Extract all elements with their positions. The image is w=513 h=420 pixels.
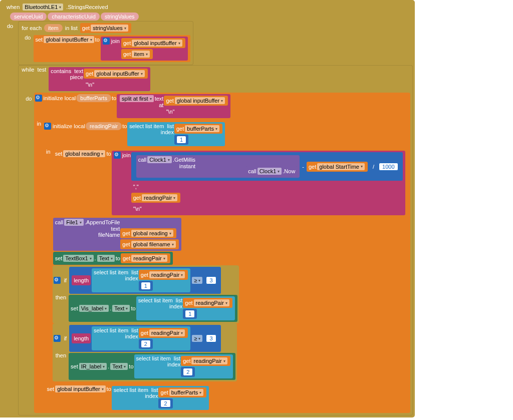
contains-block[interactable]: contains text piece get global inputBuff… (49, 67, 150, 91)
get-starttime[interactable]: getglobal StartTime (307, 162, 368, 172)
split-block[interactable]: split at firsttext at get global inputBu… (117, 94, 230, 118)
gte-1[interactable]: length select list item listindex getrea… (69, 267, 220, 294)
foreach-label: for each (20, 25, 44, 31)
do-label-2: do (24, 93, 34, 102)
gte-op-2[interactable]: ≥ (192, 335, 202, 342)
set-inputbuffer-2[interactable]: setglobal inputBufferto select list item… (45, 384, 409, 411)
gear-icon[interactable] (114, 152, 121, 159)
string-newline-3[interactable]: " \n " (131, 204, 144, 214)
do-body: do for each item in list get stringValue… (2, 21, 413, 415)
do-label: do (2, 21, 18, 31)
foreach-block[interactable]: for each item in list get stringValues d… (18, 21, 193, 65)
get-readingpair[interactable]: getreadingPair (131, 193, 181, 203)
gear-icon[interactable] (54, 277, 61, 284)
event-method: .StringsReceived (64, 4, 110, 10)
var-readingpair[interactable]: readingPair (86, 122, 122, 130)
string-newline[interactable]: " \n " (84, 80, 96, 90)
set-reading[interactable]: setglobal readingto join (53, 149, 408, 217)
set-irlabel[interactable]: set IR_label. Text to select list item l… (69, 353, 235, 380)
call-getmillis[interactable]: callClock1.GetMillis instant callClock1.… (136, 155, 300, 178)
var-stringvalues[interactable]: stringValues (91, 25, 128, 32)
gear-icon[interactable] (35, 95, 42, 102)
in-label: in (35, 121, 44, 127)
length-2[interactable]: length (72, 333, 91, 343)
call-appendtofile[interactable]: callFile1.AppendToFile text fileName get… (53, 218, 181, 251)
do-label-inner: do (23, 35, 33, 41)
get-inputbuffer-2[interactable]: get global inputBuffer (84, 69, 148, 79)
call-now[interactable]: callClock1.Now (246, 166, 297, 176)
var-inputbuffer[interactable]: global inputBuffer (44, 36, 94, 43)
in-label-2: in (44, 149, 53, 155)
get-stringvalues[interactable]: get stringValues (80, 23, 131, 33)
set-inputbuffer[interactable]: set global inputBuffer to join get globa… (34, 35, 190, 62)
gte-2[interactable]: length select list item listindex getrea… (69, 325, 220, 352)
init-bufferparts[interactable]: initialize local bufferParts to split at… (34, 93, 410, 413)
get-item[interactable]: get item (121, 49, 153, 59)
div-op: / (371, 164, 376, 170)
select-item-4[interactable]: select list item listindex getreadingPai… (92, 326, 190, 350)
math-expr[interactable]: callClock1.GetMillis instant callClock1.… (131, 152, 403, 181)
string-newline-2[interactable]: " \n " (164, 107, 176, 117)
event-params: serviceUuid characteristicUuid stringVal… (2, 12, 413, 21)
foreach-var[interactable]: item (44, 24, 63, 32)
get-bufferparts[interactable]: getbufferParts (174, 124, 222, 134)
gear-icon[interactable] (103, 38, 110, 45)
gear-icon[interactable] (54, 335, 61, 342)
select-item-2[interactable]: select list item listindex getreadingPai… (92, 268, 190, 292)
math-sub[interactable]: callClock1.GetMillis instant callClock1.… (134, 154, 370, 179)
param-stringvalues[interactable]: stringValues (101, 13, 139, 21)
while-block[interactable]: while test contains text piece get globa… (18, 65, 412, 415)
join-block[interactable]: join get global inputBuffer get item (101, 37, 188, 61)
select-item-5[interactable]: select list item listindex getreadingPai… (134, 354, 233, 378)
inlist-label: in list (63, 25, 80, 31)
number-1000[interactable]: 1000 (377, 162, 400, 172)
when-label: when (5, 4, 22, 10)
gte-op[interactable]: ≥ (192, 277, 202, 284)
select-item-1[interactable]: select list item list index getbufferPar… (127, 122, 225, 146)
gear-icon[interactable] (44, 123, 51, 130)
param-serviceuuid[interactable]: serviceUuid (10, 13, 47, 21)
select-item-6[interactable]: select list item listindex getbufferPart… (112, 386, 209, 410)
select-item-3[interactable]: select list item listindex getreadingPai… (136, 296, 235, 320)
param-characteristicuuid[interactable]: characteristicUuid (48, 13, 99, 21)
init-readingpair[interactable]: initialize local readingPair to select l… (43, 121, 409, 382)
get-inputbuffer-3[interactable]: get global inputBuffer (164, 96, 228, 106)
event-header: when BluetoothLE1 .StringsReceived (2, 2, 413, 12)
component-dropdown[interactable]: BluetoothLE1 (23, 4, 63, 11)
join-block-2[interactable]: join (112, 151, 405, 215)
get-readingpair-2[interactable]: getreadingPair (121, 253, 170, 263)
get-reading[interactable]: getglobal reading (120, 228, 176, 238)
set-textbox1[interactable]: set TextBox1. Text to getreadingPair (53, 252, 173, 265)
set-vislabel[interactable]: set Vis_label. Text to select list item … (69, 295, 237, 322)
length-1[interactable]: length (72, 275, 91, 285)
get-filename[interactable]: getglobal filename (120, 239, 178, 249)
if-block-1[interactable]: if length select list item listindex (53, 265, 239, 323)
string-comma[interactable]: " , " (131, 182, 141, 192)
event-block[interactable]: when BluetoothLE1 .StringsReceived servi… (0, 0, 415, 417)
get-inputbuffer[interactable]: get global inputBuffer (121, 38, 185, 48)
minus-op: - (300, 164, 306, 170)
var-bufferparts[interactable]: bufferParts (76, 94, 111, 102)
if-block-2[interactable]: if length select list item listindex (53, 323, 237, 381)
number-1[interactable]: 1 (174, 135, 188, 145)
